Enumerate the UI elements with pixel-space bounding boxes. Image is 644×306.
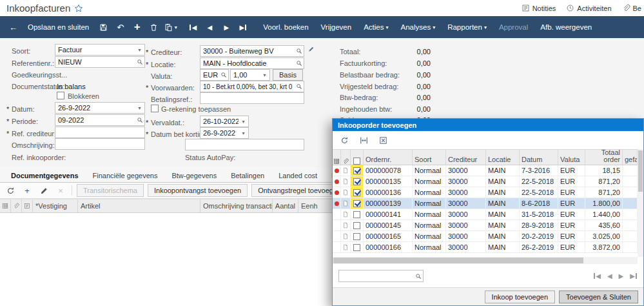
cell-ordernr[interactable]: 000000078 (364, 165, 413, 176)
locatie-input[interactable]: MAIN - Hoofdlocatie (200, 57, 304, 69)
save-button[interactable] (95, 19, 112, 36)
cell-totaal-order[interactable]: 3.872,00 (585, 242, 623, 252)
file-icon[interactable] (341, 242, 351, 252)
favorite-star-icon[interactable] (74, 4, 83, 13)
cell-crediteur[interactable]: 30000 (446, 187, 486, 198)
calendar-dropdown-icon[interactable]: ▾ (239, 128, 248, 138)
save-and-close-button[interactable]: Opslaan en sluiten (22, 19, 95, 36)
po-row[interactable]: 000000078 Normaal 30000 MAIN 7-3-2016 EU… (333, 165, 638, 176)
file-icon[interactable] (341, 220, 351, 230)
cell-crediteur[interactable]: 30000 (446, 165, 486, 176)
crediteur-input[interactable]: 30000 - Buitenweg BV (200, 45, 304, 57)
po-row[interactable]: 000000165 Normaal 30000 MAIN 20-2-2019 E… (333, 231, 638, 242)
cell-crediteur[interactable]: 30000 (446, 198, 486, 209)
file-icon[interactable] (341, 209, 351, 219)
cell-crediteur[interactable]: 30000 (446, 231, 486, 241)
cell-datum[interactable]: 22-5-2018 (520, 187, 558, 198)
edit-crediteur-button[interactable] (308, 46, 315, 54)
column-gefactureerd[interactable]: gefac (623, 150, 638, 165)
cell-totaal-order[interactable]: 871,20 (585, 176, 623, 187)
inkoop-toevoegen-dialog-button[interactable]: Inkoop toevoegen (485, 291, 555, 303)
file-icon[interactable] (341, 231, 351, 241)
cell-datum[interactable]: 8-6-2018 (520, 198, 558, 209)
cell-ordernr[interactable]: 000000145 (364, 220, 413, 230)
cell-ordernr[interactable]: 000000141 (364, 209, 413, 219)
lookup-magnifier-icon[interactable] (135, 115, 144, 125)
vrijgeven-button[interactable]: Vrijgeven (315, 19, 358, 36)
cell-totaal-order[interactable]: 1.440,00 (585, 209, 623, 219)
cell-valuta[interactable]: EUR (558, 209, 585, 219)
lookup-magnifier-icon[interactable] (294, 58, 304, 68)
tab-documentgegevens[interactable]: Documentgegevens (4, 169, 86, 182)
column-totaal-order[interactable]: Totaal order (585, 150, 623, 165)
vertical-scrollbar[interactable] (638, 149, 643, 257)
voorl-boeken-button[interactable]: Voorl. boeken (257, 19, 314, 36)
column-crediteur[interactable]: Crediteur (446, 150, 486, 165)
select-all-checkbox[interactable] (351, 150, 364, 165)
vervaldatum-input[interactable]: 26-10-2022 ▾ (200, 116, 249, 127)
calendar-dropdown-icon[interactable]: ▾ (239, 116, 248, 127)
cell-ordernr[interactable]: 000000135 (364, 176, 413, 187)
cell-soort[interactable]: Normaal (413, 220, 446, 230)
add-button[interactable]: + (129, 19, 145, 36)
inkoopontvangst-toevoegen-button[interactable]: Inkoopontvangst toevoegen (148, 184, 248, 197)
cell-locatie[interactable]: MAIN (486, 209, 520, 219)
include-checkbox[interactable] (351, 231, 364, 241)
cell-ordernr[interactable]: 000000166 (364, 242, 413, 252)
column-omschrijving-transactie[interactable]: Omschrijving transactie (200, 199, 273, 212)
tab-financiele-gegevens[interactable]: Financiële gegevens (86, 169, 165, 182)
calendar-dropdown-icon[interactable]: ▾ (135, 103, 144, 113)
unlabeled-input[interactable] (185, 139, 304, 150)
undo-button[interactable]: ↶ (112, 19, 128, 36)
include-checkbox[interactable] (351, 198, 364, 209)
file-icon[interactable] (341, 176, 351, 187)
po-row[interactable]: 000000141 Normaal 30000 MAIN 31-5-2018 E… (333, 209, 638, 220)
tab-landed-cost[interactable]: Landed cost (271, 169, 324, 182)
lookup-magnifier-icon[interactable] (219, 70, 228, 80)
toevoegen-en-sluiten-button[interactable]: Toevoegen & Sluiten (559, 291, 638, 303)
column-aantal[interactable]: Aantal (273, 199, 298, 212)
horizontal-scrollbar[interactable] (333, 257, 638, 264)
column-valuta[interactable]: Valuta (558, 150, 585, 165)
cell-soort[interactable]: Normaal (413, 176, 446, 187)
po-row[interactable]: 000000139 Normaal 30000 MAIN 8-6-2018 EU… (333, 198, 638, 209)
go-last-button[interactable]: ▶ (237, 24, 249, 31)
page-last-button[interactable]: ▶ (630, 272, 638, 280)
valuta-code-input[interactable]: EUR (200, 69, 229, 81)
periode-input[interactable]: 09-2022 (55, 114, 145, 126)
include-checkbox[interactable] (351, 242, 364, 252)
cell-totaal-order[interactable]: 1.800,00 (585, 198, 623, 209)
cell-locatie[interactable]: MAIN (486, 165, 520, 176)
cell-totaal-order[interactable]: 18,15 (585, 165, 623, 176)
cell-datum[interactable]: 28-9-2018 (520, 220, 558, 230)
po-row[interactable]: 000000136 Normaal 30000 MAIN 22-5-2018 E… (333, 187, 638, 198)
include-checkbox[interactable] (351, 187, 364, 198)
cell-totaal-order[interactable]: 3.025,00 (585, 231, 623, 241)
column-vestiging[interactable]: *Vestiging (33, 199, 78, 212)
po-row[interactable]: 000000145 Normaal 30000 MAIN 28-9-2018 E… (333, 220, 638, 231)
cell-datum[interactable]: 20-2-2019 (520, 231, 558, 241)
page-first-button[interactable]: ◀ (593, 272, 601, 280)
cell-soort[interactable]: Normaal (413, 242, 446, 252)
column-artikel[interactable]: Artikel (78, 199, 200, 212)
dialog-refresh-button[interactable] (337, 133, 352, 147)
referentienr-input[interactable]: NIEUW (55, 56, 145, 68)
cell-crediteur[interactable]: 30000 (446, 176, 486, 187)
analyses-menu[interactable]: Analyses▾ (395, 19, 441, 36)
cell-valuta[interactable]: EUR (558, 187, 585, 198)
rapporten-menu[interactable]: Rapporten▾ (442, 19, 493, 36)
cell-soort[interactable]: Normaal (413, 165, 446, 176)
delete-button[interactable] (146, 19, 162, 36)
voorwaarden-input[interactable]: 10 - Bet.krt 0,00%, bet 30, krt 0 dagen (200, 81, 304, 92)
cell-soort[interactable]: Normaal (413, 198, 446, 209)
g-rekening-checkbox[interactable] (151, 105, 159, 112)
back-button[interactable]: ← (5, 19, 21, 36)
omschrijving-input[interactable] (55, 138, 145, 150)
include-checkbox[interactable] (351, 209, 364, 219)
cell-locatie[interactable]: MAIN (486, 220, 520, 230)
acties-menu[interactable]: Acties▾ (358, 19, 394, 36)
cell-valuta[interactable]: EUR (558, 242, 585, 252)
blokkeren-checkbox[interactable] (57, 92, 64, 99)
cell-crediteur[interactable]: 30000 (446, 209, 486, 219)
cell-datum[interactable]: 31-5-2018 (520, 209, 558, 219)
